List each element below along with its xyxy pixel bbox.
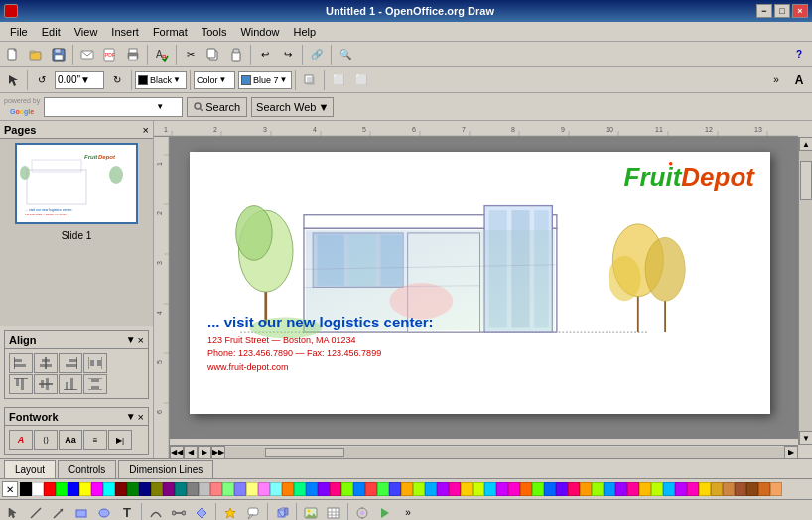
color-swatch-15[interactable]: [199, 482, 210, 496]
fontwork-close-btn[interactable]: ×: [138, 411, 144, 423]
color-swatch-30[interactable]: [377, 482, 389, 496]
menu-help[interactable]: Help: [288, 25, 323, 39]
color-swatch-4[interactable]: [68, 482, 79, 496]
align-center-v-btn[interactable]: [34, 374, 58, 394]
color-swatch-31[interactable]: [389, 482, 401, 496]
search-dropdown-arrow[interactable]: ▼: [156, 102, 164, 111]
ellipse-tool[interactable]: [93, 502, 115, 521]
minimize-button[interactable]: −: [756, 4, 772, 18]
color-swatch-40[interactable]: [496, 482, 508, 496]
color-swatch-10[interactable]: [139, 482, 151, 496]
color-swatch-9[interactable]: [127, 482, 139, 496]
more-tools-btn[interactable]: »: [397, 502, 419, 521]
color-swatch-53[interactable]: [651, 482, 663, 496]
color-swatch-46[interactable]: [568, 482, 580, 496]
text-tool[interactable]: T: [116, 502, 138, 521]
arrow-tool[interactable]: [48, 502, 69, 521]
undo-button[interactable]: ↩: [254, 44, 276, 65]
color-swatch-20[interactable]: [258, 482, 270, 496]
tab-layout[interactable]: Layout: [4, 460, 56, 478]
color-swatch-36[interactable]: [449, 482, 461, 496]
rotation-input[interactable]: 0.00" ▼: [55, 71, 104, 89]
scroll-thumb-v[interactable]: [800, 161, 812, 200]
color-swatch-51[interactable]: [627, 482, 639, 496]
pages-area[interactable]: Fruit Depot ... visit our new logistics …: [0, 139, 153, 326]
redo-button[interactable]: ↪: [277, 44, 299, 65]
color-swatch-57[interactable]: [699, 482, 711, 496]
stars-tool[interactable]: [219, 502, 241, 521]
color-swatch-28[interactable]: [353, 482, 365, 496]
color-swatch-34[interactable]: [425, 482, 437, 496]
page-next-btn[interactable]: ▶: [198, 446, 211, 459]
align-right-btn[interactable]: [59, 353, 82, 373]
fontwork-gallery-btn[interactable]: A: [9, 430, 33, 450]
color-swatch-37[interactable]: [461, 482, 473, 496]
color-swatch-23[interactable]: [294, 482, 306, 496]
distribute-h-btn[interactable]: [83, 353, 107, 373]
color-swatch-0[interactable]: [20, 482, 32, 496]
page-last-btn[interactable]: ▶▶: [211, 446, 225, 459]
copy-button[interactable]: [203, 44, 224, 65]
pdf-button[interactable]: PDF: [99, 44, 121, 65]
color-swatch-47[interactable]: [580, 482, 592, 496]
color-swatch-21[interactable]: [270, 482, 282, 496]
scroll-right-btn[interactable]: ▶: [784, 446, 798, 459]
color-swatch-12[interactable]: [163, 482, 175, 496]
fontwork-spacing-btn[interactable]: ▶|: [108, 430, 132, 450]
cut-button[interactable]: ✂: [180, 44, 202, 65]
paste-button[interactable]: [225, 44, 247, 65]
color-swatch-7[interactable]: [103, 482, 115, 496]
color-swatch-24[interactable]: [306, 482, 318, 496]
menu-file[interactable]: File: [4, 25, 34, 39]
fontwork-same-height-btn[interactable]: Aa: [59, 430, 82, 450]
align-center-btn[interactable]: ⬜: [350, 69, 372, 91]
align-left-btn[interactable]: ⬜: [328, 69, 349, 91]
color-swatch-62[interactable]: [758, 482, 770, 496]
color-swatch-42[interactable]: [520, 482, 532, 496]
table-tool[interactable]: [323, 502, 344, 521]
color-swatch-44[interactable]: [544, 482, 556, 496]
page-prev-btn[interactable]: ◀: [184, 446, 198, 459]
color-swatch-60[interactable]: [735, 482, 746, 496]
color-swatch-3[interactable]: [56, 482, 68, 496]
rotate-right[interactable]: ↻: [106, 69, 128, 91]
color-swatch-43[interactable]: [532, 482, 544, 496]
color-swatch-49[interactable]: [604, 482, 615, 496]
menu-window[interactable]: Window: [234, 25, 285, 39]
rect-tool[interactable]: [70, 502, 92, 521]
color-swatch-38[interactable]: [473, 482, 484, 496]
color-swatch-17[interactable]: [222, 482, 234, 496]
3d-tool[interactable]: [271, 502, 293, 521]
color-swatch-27[interactable]: [341, 482, 353, 496]
color-swatch-14[interactable]: [187, 482, 199, 496]
align-close-btn[interactable]: ×: [138, 334, 144, 346]
color-swatch-8[interactable]: [115, 482, 127, 496]
slide-canvas[interactable]: FruitDepot ●: [190, 152, 770, 414]
connector-tool[interactable]: [168, 502, 190, 521]
email-button[interactable]: [76, 44, 98, 65]
color-swatch-6[interactable]: [91, 482, 103, 496]
print-button[interactable]: [122, 44, 144, 65]
fontwork-align-btn[interactable]: ≡: [83, 430, 107, 450]
find-button[interactable]: 🔍: [335, 44, 356, 65]
color-swatch-63[interactable]: [770, 482, 782, 496]
scroll-up-btn[interactable]: ▲: [799, 137, 812, 151]
color-swatch-55[interactable]: [675, 482, 687, 496]
distribute-v-btn[interactable]: [83, 374, 107, 394]
area-style-combo[interactable]: Color ▼: [194, 71, 235, 89]
pages-close-btn[interactable]: ×: [143, 124, 149, 136]
save-button[interactable]: [48, 44, 69, 65]
align-expand-btn[interactable]: ▼: [126, 334, 136, 346]
tab-controls[interactable]: Controls: [58, 460, 116, 478]
tab-dimension-lines[interactable]: Dimension Lines: [118, 460, 213, 478]
color-swatch-5[interactable]: [79, 482, 91, 496]
color-swatch-25[interactable]: [318, 482, 330, 496]
color-swatch-19[interactable]: [246, 482, 258, 496]
search-button[interactable]: Search: [187, 97, 247, 117]
color-swatch-22[interactable]: [282, 482, 294, 496]
canvas-content[interactable]: FruitDepot ●: [170, 137, 798, 439]
search-web-combo[interactable]: Search Web ▼: [251, 97, 334, 117]
color-swatch-26[interactable]: [330, 482, 341, 496]
color-swatch-16[interactable]: [210, 482, 222, 496]
toolbar-chevron[interactable]: »: [765, 69, 787, 91]
